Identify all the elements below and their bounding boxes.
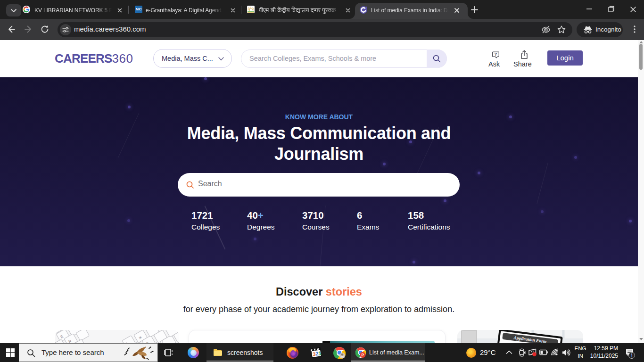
svg-text:?: ? — [495, 52, 497, 57]
svg-text:1: 1 — [318, 350, 322, 356]
svg-text:P: P — [361, 353, 364, 357]
